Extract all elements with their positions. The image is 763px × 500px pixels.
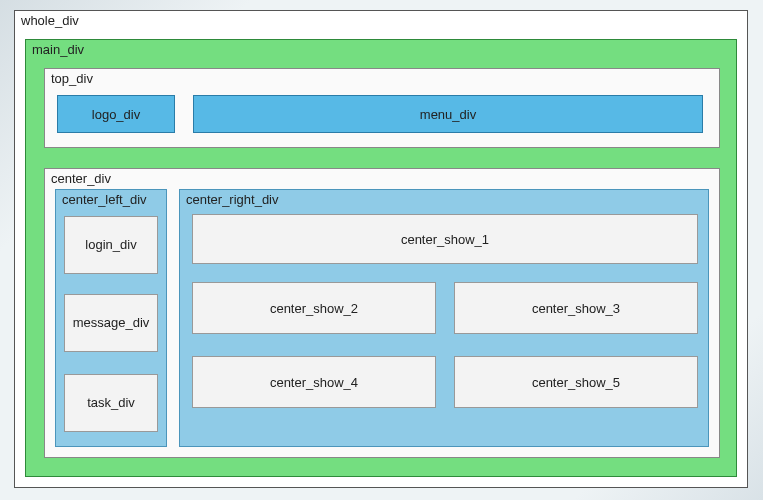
center-show-4: center_show_4 [192,356,436,408]
main-div: main_div top_div logo_div menu_div cente… [25,39,737,477]
center-left-div-label: center_left_div [62,192,147,207]
whole-div-label: whole_div [21,13,79,28]
menu-div-label: menu_div [420,107,476,122]
logo-div: logo_div [57,95,175,133]
task-div: task_div [64,374,158,432]
task-div-label: task_div [87,395,135,411]
center-right-div: center_right_div center_show_1 center_sh… [179,189,709,447]
center-show-3: center_show_3 [454,282,698,334]
menu-div: menu_div [193,95,703,133]
top-div-label: top_div [51,71,93,86]
login-div-label: login_div [85,237,136,253]
center-left-div: center_left_div login_div message_div ta… [55,189,167,447]
message-div-label: message_div [73,315,150,331]
center-show-5-label: center_show_5 [532,375,620,390]
center-show-5: center_show_5 [454,356,698,408]
message-div: message_div [64,294,158,352]
center-div-label: center_div [51,171,111,186]
center-show-1: center_show_1 [192,214,698,264]
center-right-div-label: center_right_div [186,192,279,207]
main-div-label: main_div [32,42,84,57]
center-show-2-label: center_show_2 [270,301,358,316]
whole-div: whole_div main_div top_div logo_div menu… [14,10,748,488]
center-show-4-label: center_show_4 [270,375,358,390]
center-show-3-label: center_show_3 [532,301,620,316]
center-show-1-label: center_show_1 [401,232,489,247]
center-div: center_div center_left_div login_div mes… [44,168,720,458]
login-div: login_div [64,216,158,274]
center-show-2: center_show_2 [192,282,436,334]
top-div: top_div logo_div menu_div [44,68,720,148]
logo-div-label: logo_div [92,107,140,122]
